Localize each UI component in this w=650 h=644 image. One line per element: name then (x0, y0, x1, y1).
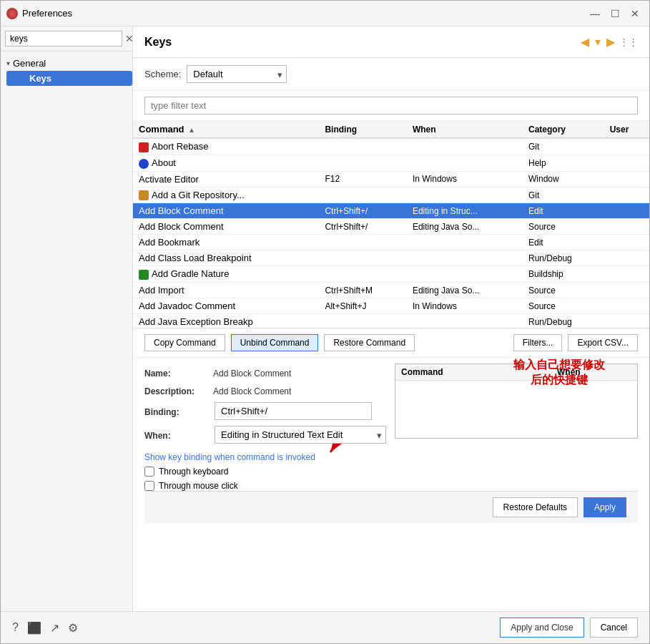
table-row[interactable]: Add Import Ctrl+Shift+M Editing Java So.… (133, 283, 649, 298)
app-icon (6, 8, 18, 19)
scheme-row: Scheme: Default (133, 58, 649, 91)
table-row[interactable]: Add a Git Repository... Git (133, 187, 649, 203)
cmd-category-cell: Run/Debug (523, 250, 604, 266)
annotation-text: 输入自己想要修改后的快捷键 (495, 358, 624, 388)
cancel-button[interactable]: Cancel (590, 618, 638, 638)
cmd-user-cell (604, 219, 649, 235)
search-input[interactable] (5, 31, 122, 47)
table-row[interactable]: Add Block Comment Ctrl+Shift+/ Editing J… (133, 219, 649, 235)
col-category: Category (523, 121, 604, 138)
settings-icon[interactable]: ⚙ (68, 621, 78, 635)
cmd-binding-cell: Alt+Shift+J (319, 298, 407, 314)
filters-button[interactable]: Filters... (513, 334, 563, 351)
cmd-name-cell: Abort Rebase (133, 138, 319, 155)
restore-defaults-button[interactable]: Restore Defaults (493, 497, 578, 517)
cmd-user-cell (604, 187, 649, 203)
cmd-name-cell: Add Gradle Nature (133, 266, 319, 283)
cmd-binding-cell (319, 138, 407, 155)
close-button[interactable]: ✕ (626, 5, 644, 22)
filter-input[interactable] (144, 97, 638, 114)
search-box-container: ✕ (1, 26, 132, 52)
table-row[interactable]: About Help (133, 155, 649, 171)
show-binding-label: Show key binding when command is invoked (144, 452, 638, 462)
footer-icons: ? ⬛ ↗ ⚙ (12, 621, 78, 635)
help-icon[interactable]: ? (12, 621, 19, 635)
title-controls: — ☐ ✕ (586, 5, 644, 22)
table-row[interactable]: Add Gradle Nature Buildship (133, 266, 649, 283)
sidebar-item-keys-label: Keys (29, 73, 51, 84)
table-row[interactable]: Add Bookmark Edit (133, 235, 649, 250)
col-when: When (407, 121, 523, 138)
through-mouse-checkbox[interactable] (144, 481, 154, 491)
restore-command-button[interactable]: Restore Command (324, 334, 415, 351)
panel-header: Keys ◀ ▾ ▶ ⋮⋮ (133, 26, 649, 58)
table-row[interactable]: Activate Editor F12 In Windows Window (133, 171, 649, 187)
export-csv-button[interactable]: Export CSV... (568, 334, 638, 351)
cmd-user-cell (604, 250, 649, 266)
sort-icon: ▲ (188, 126, 195, 134)
table-row[interactable]: Add Class Load Breakpoint Run/Debug (133, 250, 649, 266)
cmd-when-cell: In Windows (407, 298, 523, 314)
maximize-button[interactable]: ☐ (606, 5, 624, 22)
tree-general-parent[interactable]: ▾ General (1, 56, 132, 71)
unbind-command-button[interactable]: Unbind Command (231, 334, 319, 351)
tree-general-group: Keys (1, 71, 132, 86)
binding-label: Binding: (144, 405, 209, 417)
cmd-category-cell: Buildship (523, 266, 604, 283)
cmd-name-cell: Add Javadoc Comment (133, 298, 319, 314)
binding-input[interactable] (215, 402, 372, 420)
panel-title: Keys (144, 36, 172, 49)
cmd-when-cell (407, 266, 523, 283)
cmd-user-cell (604, 283, 649, 298)
nav-dropdown-button[interactable]: ▾ (594, 34, 602, 50)
table-body: Abort Rebase Git About Help Activate Edi… (133, 138, 649, 328)
table-row[interactable]: Add Javadoc Comment Alt+Shift+J In Windo… (133, 298, 649, 314)
conflicts-body (395, 381, 637, 438)
sidebar: ✕ ▾ General Keys (1, 26, 133, 611)
through-keyboard-label[interactable]: Through keyboard (159, 467, 228, 477)
export-icon[interactable]: ↗ (50, 621, 59, 635)
cmd-binding-cell (319, 235, 407, 250)
cmd-name-cell: Add a Git Repository... (133, 187, 319, 203)
through-keyboard-checkbox[interactable] (144, 467, 154, 477)
cmd-binding-cell (319, 187, 407, 203)
name-label: Name: (144, 366, 209, 379)
cmd-when-cell: Editing in Struc... (407, 203, 523, 219)
table-row[interactable]: Add Block Comment Ctrl+Shift+/ Editing i… (133, 203, 649, 219)
nav-more-button[interactable]: ⋮⋮ (619, 36, 638, 47)
cmd-when-cell: Editing Java So... (407, 219, 523, 235)
cmd-category-cell: Source (523, 298, 604, 314)
cmd-binding-cell: Ctrl+Shift+/ (319, 203, 407, 219)
apply-button[interactable]: Apply (583, 497, 626, 517)
when-select[interactable]: Editing in Structured Text Edit (215, 426, 386, 444)
title-left: Preferences (6, 8, 72, 19)
back-button[interactable]: ◀ (579, 34, 591, 50)
cmd-category-cell: Git (523, 138, 604, 155)
abort-icon (139, 142, 149, 152)
detail-section: 输入自己想要修改后的快捷键 Name: Add Block Comment De… (133, 358, 649, 611)
footer-right: Apply and Close Cancel (500, 618, 638, 638)
cmd-when-cell (407, 235, 523, 250)
forward-button[interactable]: ▶ (605, 34, 616, 50)
copy-command-button[interactable]: Copy Command (144, 334, 225, 351)
cmd-category-cell: Edit (523, 235, 604, 250)
cmd-user-cell (604, 298, 649, 314)
scheme-select-wrapper: Default (187, 65, 287, 83)
cmd-category-cell: Window (523, 171, 604, 187)
table-row[interactable]: Abort Rebase Git (133, 138, 649, 155)
scheme-label: Scheme: (144, 69, 181, 79)
cmd-name-cell: Add Bookmark (133, 235, 319, 250)
table-row[interactable]: Add Java Exception Breakp Run/Debug (133, 314, 649, 328)
import-icon[interactable]: ⬛ (27, 621, 41, 635)
through-mouse-label[interactable]: Through mouse click (159, 481, 238, 491)
cmd-name-cell: Add Block Comment (133, 219, 319, 235)
cmd-user-cell (604, 171, 649, 187)
cmd-when-cell (407, 138, 523, 155)
cmd-category-cell: Source (523, 219, 604, 235)
footer: ? ⬛ ↗ ⚙ Apply and Close Cancel (1, 611, 649, 643)
minimize-button[interactable]: — (586, 5, 604, 22)
scheme-select[interactable]: Default (187, 65, 287, 83)
apply-and-close-button[interactable]: Apply and Close (500, 618, 583, 638)
table-header-row: Command ▲ Binding When Category User (133, 121, 649, 138)
sidebar-item-keys[interactable]: Keys (6, 71, 132, 86)
